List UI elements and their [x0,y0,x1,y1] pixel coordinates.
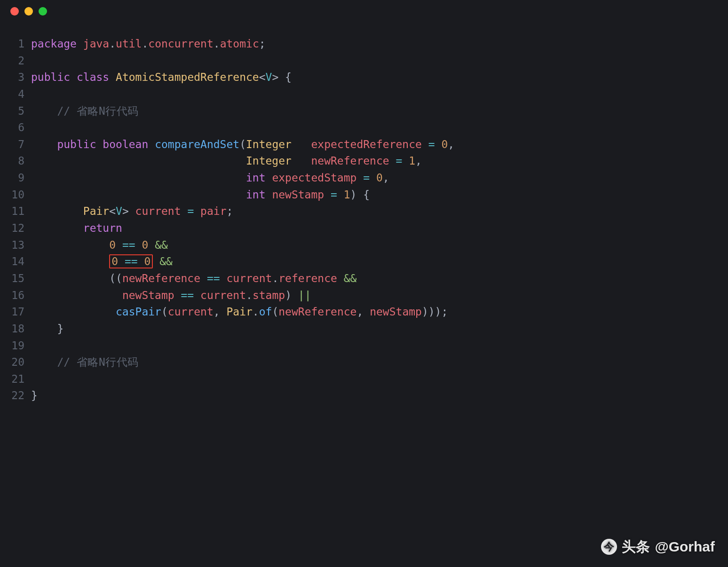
code-content: 0 == 0 && [31,237,722,254]
code-content: 0 == 0 && [31,253,722,270]
code-line: 13 0 == 0 && [4,237,722,254]
code-line: 2 [4,53,722,70]
watermark-prefix: 头条 [622,536,650,558]
line-number: 18 [4,321,31,338]
code-line: 3public class AtomicStampedReference<V> … [4,69,722,86]
code-content: int newStamp = 1) { [31,187,722,204]
code-line: 17 casPair(current, Pair.of(newReference… [4,304,722,321]
code-content: Integer newReference = 1, [31,153,722,170]
code-editor[interactable]: 1package java.util.concurrent.atomic;23p… [0,23,728,404]
line-number: 22 [4,387,31,404]
code-line: 9 int expectedStamp = 0, [4,170,722,187]
watermark: 今 头条 @Gorhaf [601,536,715,558]
code-line: 1package java.util.concurrent.atomic; [4,36,722,53]
zoom-icon[interactable] [39,7,47,16]
code-line: 19 [4,338,722,354]
code-content: casPair(current, Pair.of(newReference, n… [31,304,722,321]
code-content: newStamp == current.stamp) || [31,287,722,304]
code-line: 10 int newStamp = 1) { [4,187,722,204]
code-content: ((newReference == current.reference && [31,270,722,287]
code-content: } [31,321,722,338]
code-content [31,338,722,354]
line-number: 14 [4,253,31,270]
highlight-box: 0 == 0 [109,254,153,268]
line-number: 12 [4,220,31,237]
code-content: public class AtomicStampedReference<V> { [31,69,722,86]
line-number: 3 [4,69,31,86]
line-number: 21 [4,371,31,388]
line-number: 1 [4,36,31,53]
line-number: 19 [4,338,31,354]
code-content: package java.util.concurrent.atomic; [31,36,722,53]
watermark-handle: @Gorhaf [655,536,715,558]
code-line: 5 // 省略N行代码 [4,103,722,120]
line-number: 4 [4,86,31,103]
code-line: 16 newStamp == current.stamp) || [4,287,722,304]
code-content [31,86,722,103]
code-line: 21 [4,371,722,388]
line-number: 5 [4,103,31,120]
code-line: 22} [4,387,722,404]
line-number: 6 [4,119,31,136]
line-number: 16 [4,287,31,304]
line-number: 8 [4,153,31,170]
code-content: // 省略N行代码 [31,354,722,371]
line-number: 13 [4,237,31,254]
watermark-icon: 今 [601,539,617,555]
code-line: 15 ((newReference == current.reference &… [4,270,722,287]
close-icon[interactable] [10,7,19,16]
code-line: 14 0 == 0 && [4,253,722,270]
minimize-icon[interactable] [24,7,33,16]
code-content [31,371,722,388]
code-line: 8 Integer newReference = 1, [4,153,722,170]
code-line: 18 } [4,321,722,338]
line-number: 10 [4,187,31,204]
line-number: 7 [4,136,31,153]
code-line: 7 public boolean compareAndSet(Integer e… [4,136,722,153]
line-number: 17 [4,304,31,321]
line-number: 9 [4,170,31,187]
code-content [31,119,722,136]
line-number: 11 [4,203,31,220]
code-content: return [31,220,722,237]
code-line: 11 Pair<V> current = pair; [4,203,722,220]
code-line: 4 [4,86,722,103]
code-content: // 省略N行代码 [31,103,722,120]
line-number: 20 [4,354,31,371]
code-content: } [31,387,722,404]
line-number: 2 [4,53,31,70]
code-content [31,53,722,70]
window-titlebar [0,0,728,23]
code-line: 12 return [4,220,722,237]
line-number: 15 [4,270,31,287]
code-content: int expectedStamp = 0, [31,170,722,187]
code-line: 6 [4,119,722,136]
code-line: 20 // 省略N行代码 [4,354,722,371]
code-content: Pair<V> current = pair; [31,203,722,220]
code-content: public boolean compareAndSet(Integer exp… [31,136,722,153]
editor-window: 1package java.util.concurrent.atomic;23p… [0,0,728,567]
